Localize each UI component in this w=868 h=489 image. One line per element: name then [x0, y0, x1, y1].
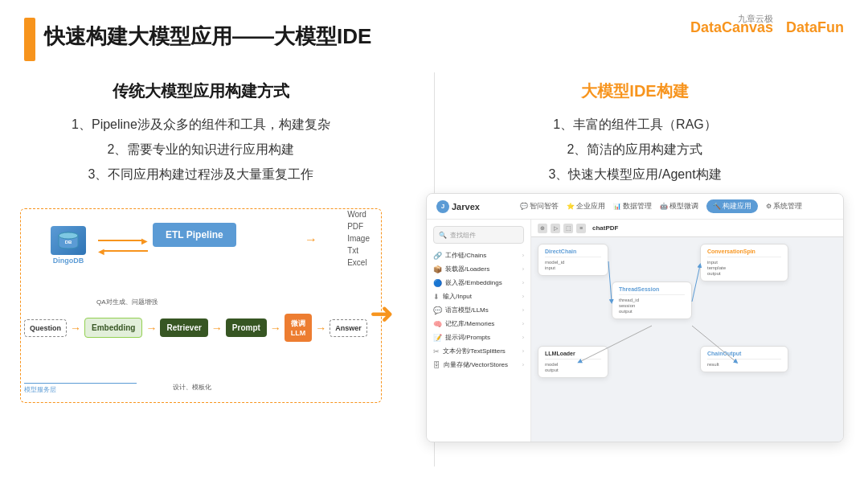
nav-icon-3: 📊 — [613, 203, 621, 210]
ide-nav-items: 💬 智问智答 ⭐ 企业应用 📊 数据管理 🤖 模型微调 🔨 构建应用 ⚙ 系 — [489, 199, 833, 213]
menu-arrow-embeddings: › — [522, 280, 524, 286]
nav-item-4[interactable]: 🤖 模型微调 — [660, 199, 698, 213]
nav-item-2[interactable]: ⭐ 企业应用 — [567, 199, 605, 213]
menu-arrow-memories: › — [522, 321, 524, 327]
dingodb-label: DingoDB — [53, 257, 84, 265]
menu-item-input[interactable]: ⬇ 输入/Input › — [427, 290, 530, 303]
pipeline-row: Question → Embedding → Retriever → Promp… — [24, 314, 378, 342]
menu-label-textsplitters: 文本分割/TextSplitters — [443, 347, 506, 355]
canvas-field-2a: thread_id — [619, 298, 685, 302]
ide-body: 🔍 查找组件 🔗 工作链/Chains › 📦 装载器/Loaders › 🔵 … — [427, 220, 843, 442]
left-point-2: 2、需要专业的知识进行应用构建 — [32, 138, 370, 160]
right-section-title: 大模型IDE构建 — [434, 80, 836, 102]
arrow-right — [98, 236, 151, 244]
nav-item-5-active[interactable]: 🔨 构建应用 — [706, 199, 758, 213]
ide-tab-name[interactable]: chatPDF — [592, 224, 618, 232]
menu-label-input: 输入/Input — [443, 292, 472, 301]
menu-item-loaders[interactable]: 📦 装载器/Loaders › — [427, 262, 530, 276]
big-orange-arrow: ➜ — [370, 297, 394, 331]
canvas-field-3c: output — [707, 271, 781, 276]
arrow-l-a: → — [315, 322, 326, 335]
ide-logo-icon: J — [436, 200, 449, 213]
menu-arrow-loaders: › — [522, 266, 524, 272]
ide-canvas-inner: DirectChain model_id input ThreadSession… — [531, 237, 843, 442]
design-label: 设计、模板化 — [173, 383, 211, 392]
nav-label-1: 智问智答 — [530, 201, 559, 212]
file-excel: Excel — [347, 257, 370, 269]
dingodb-icon: DB — [51, 226, 86, 255]
search-component-input[interactable]: 🔍 查找组件 — [433, 226, 524, 244]
canvas-field-4b: output — [545, 368, 601, 372]
menu-label-embeddings: 嵌入器/Embeddings — [445, 278, 502, 287]
canvas-node-threadsession: ThreadSession thread_id session output — [612, 281, 692, 319]
left-point-3: 3、不同应用构建过程涉及大量重复工作 — [32, 163, 370, 185]
canvas-node-title-4: LLMLoader — [545, 351, 601, 360]
arrow-left — [98, 247, 151, 255]
logo-nine-wrap: 九章云极 DataCanvas — [690, 19, 773, 36]
canvas-field-2c: output — [619, 309, 685, 314]
tab-icon-3: ⬚ — [563, 224, 573, 233]
canvas-node-llmloader: LLMLoader model output — [538, 346, 608, 378]
menu-item-memories[interactable]: 🧠 记忆库/Memories › — [427, 317, 530, 331]
nav-icon-5: 🔨 — [713, 203, 721, 210]
menu-item-embeddings[interactable]: 🔵 嵌入器/Embeddings › — [427, 276, 530, 290]
menu-item-vectorstores[interactable]: 🗄 向量存储/VectorStores › — [427, 358, 530, 372]
search-icon: 🔍 — [439, 232, 447, 239]
accent-bar — [24, 18, 35, 61]
tab-icon-1: ⊕ — [538, 224, 547, 233]
menu-arrow-chains: › — [522, 253, 524, 258]
menu-item-chains[interactable]: 🔗 工作链/Chains › — [427, 249, 530, 262]
right-points-list: 1、丰富的组件工具（RAG） 2、简洁的应用构建方式 3、快速大模型应用/Age… — [434, 113, 836, 186]
ide-nav: J Jarvex 💬 智问智答 ⭐ 企业应用 📊 数据管理 🤖 模型微调 🔨 — [427, 194, 843, 220]
nav-label-6: 系统管理 — [773, 201, 802, 212]
logo-nine: 九章云极 — [738, 13, 773, 25]
ide-logo-text: Jarvex — [452, 202, 480, 212]
nav-icon-1: 💬 — [520, 203, 528, 210]
right-point-1: 1、丰富的组件工具（RAG） — [434, 113, 836, 135]
arrow-p-l: → — [270, 322, 281, 335]
ide-logo: J Jarvex — [436, 200, 480, 213]
nav-item-1[interactable]: 💬 智问智答 — [520, 199, 559, 213]
menu-icon-memories: 🧠 — [433, 320, 442, 328]
nav-icon-4: 🤖 — [660, 203, 668, 210]
nav-item-6[interactable]: ⚙ 系统管理 — [766, 199, 802, 213]
menu-icon-llms: 💬 — [433, 306, 442, 314]
canvas-field-5a: result — [707, 362, 781, 367]
canvas-field-3b: template — [707, 265, 781, 270]
menu-label-llms: 语言模型/LLMs — [445, 306, 489, 314]
left-section-title: 传统大模型应用构建方式 — [32, 80, 370, 102]
tab-icon-2: ▷ — [551, 224, 560, 233]
nav-label-5: 构建应用 — [723, 201, 751, 212]
menu-item-prompts[interactable]: 📝 提示词/Prompts › — [427, 331, 530, 344]
canvas-node-title-1: DirectChain — [545, 249, 601, 257]
left-panel: 传统大模型应用构建方式 1、Pipeline涉及众多的组件和工具，构建复杂 2、… — [0, 72, 402, 194]
ide-mockup: J Jarvex 💬 智问智答 ⭐ 企业应用 📊 数据管理 🤖 模型微调 🔨 — [426, 193, 844, 442]
arrow-q-e: → — [70, 322, 81, 335]
embedding-node: Embedding — [84, 318, 142, 338]
pipeline-diagram: DB DingoDB ETL Pipeline → Word PDF Image… — [16, 197, 386, 438]
left-point-1: 1、Pipeline涉及众多的组件和工具，构建复杂 — [32, 113, 370, 135]
menu-item-textsplitters[interactable]: ✂ 文本分割/TextSplitters › — [427, 344, 530, 358]
canvas-field-1b: input — [545, 265, 601, 270]
menu-arrow-input: › — [522, 294, 524, 299]
qa-label: QA对生成、问题增强 — [96, 298, 158, 306]
canvas-field-1a: model_id — [545, 260, 601, 265]
logo-datafun-rest: ataFun — [796, 19, 844, 35]
nav-item-3[interactable]: 📊 数据管理 — [613, 199, 652, 213]
retriever-node: Retriever — [160, 318, 207, 337]
search-placeholder: 查找组件 — [450, 231, 476, 240]
nav-label-4: 模型微调 — [669, 201, 698, 212]
logo-datafun: DataFun — [786, 19, 844, 36]
ide-tab-bar: ⊕ ▷ ⬚ ≡ chatPDF — [531, 220, 843, 237]
menu-item-llms[interactable]: 💬 语言模型/LLMs › — [427, 303, 530, 317]
ide-tab-icons: ⊕ ▷ ⬚ ≡ — [538, 224, 586, 233]
nav-icon-6: ⚙ — [766, 203, 772, 210]
svg-line-4 — [692, 265, 700, 302]
canvas-node-title-3: ConversationSpin — [707, 249, 781, 257]
arrow-r-p: → — [211, 322, 223, 335]
file-txt: Txt — [347, 244, 370, 257]
logo-datafun-d: D — [786, 19, 796, 35]
answer-node: Answer — [330, 319, 367, 337]
menu-icon-loaders: 📦 — [433, 265, 442, 273]
canvas-node-directchain: DirectChain model_id input — [538, 244, 608, 276]
